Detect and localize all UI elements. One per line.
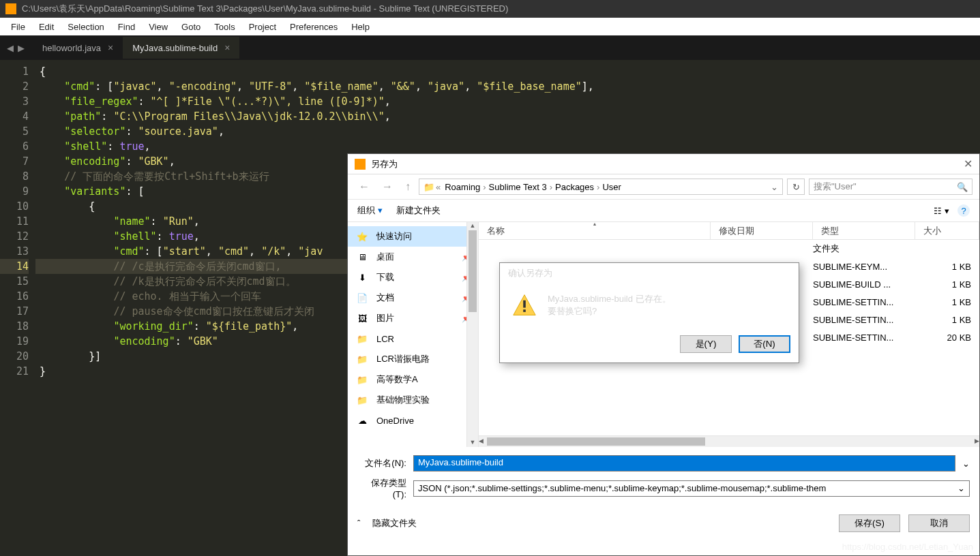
chevron-down-icon[interactable]: ⌄ [962, 459, 970, 469]
desktop-icon: 🖥 [356, 251, 368, 263]
sidebar-item[interactable]: ⬇下载📌 [348, 267, 478, 288]
save-dialog-toolbar: 组织 ▾ 新建文件夹 ☷ ▾ ? [348, 199, 979, 222]
sidebar-item[interactable]: 🖥桌面📌 [348, 247, 478, 267]
menu-file[interactable]: File [4, 22, 32, 32]
sidebar-item[interactable]: 📁基础物理实验 [348, 390, 478, 410]
sidebar-item[interactable]: 🖼图片📌 [348, 308, 478, 328]
tab-nav: ◀ ▶ [7, 43, 25, 53]
forward-icon[interactable]: → [378, 181, 397, 193]
menu-project[interactable]: Project [242, 22, 283, 32]
breadcrumb[interactable]: 📁 « Roaming›Sublime Text 3›Packages›User… [419, 179, 783, 195]
back-icon[interactable]: ← [355, 181, 374, 193]
menu-bar: FileEditSelectionFindViewGotoToolsProjec… [0, 18, 980, 35]
window-titlebar: C:\Users\袁乐天\AppData\Roaming\Sublime Tex… [0, 0, 980, 18]
warning-icon [512, 293, 537, 318]
menu-help[interactable]: Help [344, 22, 376, 32]
expand-icon[interactable]: ˆ [357, 519, 360, 529]
download-icon: ⬇ [356, 271, 368, 283]
save-dialog-footer: ˆ 隐藏文件夹 保存(S) 取消 [348, 508, 979, 539]
save-button[interactable]: 保存(S) [839, 514, 900, 532]
sidebar-item[interactable]: 📁LCR [348, 328, 478, 349]
search-icon: 🔍 [957, 182, 968, 192]
cancel-button[interactable]: 取消 [908, 514, 970, 532]
menu-selection[interactable]: Selection [61, 22, 110, 32]
organize-menu[interactable]: 组织 ▾ [357, 204, 383, 217]
savetype-label: 保存类型(T): [357, 477, 406, 499]
cloud-icon: ☁ [356, 414, 368, 427]
tab[interactable]: MyJava.sublime-build× [123, 37, 239, 59]
pic-icon: 🖼 [356, 312, 368, 324]
dialog-app-icon [355, 159, 366, 170]
watermark: https://blog.csdn.net/Letian_Yuan [842, 542, 973, 552]
confirm-message: MyJava.sublime-build 已存在。 要替换它吗? [548, 293, 671, 318]
gutter: 123456789101112131415161718192021 [0, 60, 35, 556]
breadcrumb-item[interactable]: User [599, 182, 623, 192]
file-list-hscroll[interactable]: ◀ ▶ [479, 435, 979, 447]
menu-edit[interactable]: Edit [32, 22, 61, 32]
confirm-dialog: 确认另存为 MyJava.sublime-build 已存在。 要替换它吗? 是… [499, 262, 799, 363]
sidebar-item[interactable]: 📄文档📌 [348, 288, 478, 308]
refresh-icon[interactable]: ↻ [787, 179, 805, 195]
breadcrumb-item[interactable]: Roaming [442, 182, 483, 192]
no-button[interactable]: 否(N) [739, 335, 790, 353]
chevron-down-icon[interactable]: ⌄ [957, 483, 965, 493]
app-icon [5, 3, 16, 14]
nav-back-icon[interactable]: ◀ [7, 43, 14, 53]
file-list-header[interactable]: ▴名称 修改日期 类型 大小 [479, 222, 979, 240]
pc-icon: 📁 [424, 182, 434, 192]
sidebar-item[interactable]: ⭐快速访问 [348, 226, 478, 247]
help-icon[interactable]: ? [957, 204, 970, 217]
yes-button[interactable]: 是(Y) [680, 335, 732, 353]
breadcrumb-item[interactable]: Sublime Text 3 [486, 182, 550, 192]
chevron-down-icon[interactable]: ⌄ [771, 182, 778, 192]
close-tab-icon[interactable]: × [224, 42, 230, 53]
sidebar-scrollbar[interactable]: ▲ ▼ [466, 222, 478, 447]
close-tab-icon[interactable]: × [108, 42, 113, 53]
hide-folders-toggle[interactable]: 隐藏文件夹 [372, 517, 417, 529]
folder-icon: 📁 [356, 373, 368, 386]
view-options-icon[interactable]: ☷ ▾ [934, 206, 949, 216]
close-icon[interactable]: ✕ [964, 157, 972, 170]
window-title: C:\Users\袁乐天\AppData\Roaming\Sublime Tex… [22, 3, 508, 15]
filename-label: 文件名(N): [357, 457, 406, 469]
tab-bar: ◀ ▶ helloworld.java×MyJava.sublime-build… [0, 35, 980, 60]
save-dialog-sidebar: ⭐快速访问🖥桌面📌⬇下载📌📄文档📌🖼图片📌📁LCR📁LCR谐振电路📁高等数学A📁… [348, 222, 479, 447]
nav-forward-icon[interactable]: ▶ [18, 43, 25, 53]
sidebar-item[interactable]: 📁高等数学A [348, 369, 478, 390]
folder-icon: 📁 [356, 333, 368, 345]
save-dialog-title: 另存为 [371, 158, 398, 170]
sidebar-item[interactable]: ☁OneDrive [348, 410, 478, 431]
svg-rect-1 [523, 300, 526, 308]
tab[interactable]: helloworld.java× [33, 37, 123, 59]
file-row[interactable]: 文件夹 [479, 240, 979, 258]
star-icon: ⭐ [356, 230, 368, 243]
sidebar-item[interactable]: 📁LCR谐振电路 [348, 349, 478, 369]
menu-preferences[interactable]: Preferences [283, 22, 344, 32]
save-dialog-fields: 文件名(N): MyJava.sublime-build ⌄ 保存类型(T): … [348, 447, 979, 508]
menu-view[interactable]: View [142, 22, 175, 32]
svg-rect-2 [523, 309, 526, 312]
save-dialog-titlebar: 另存为 ✕ [348, 154, 979, 174]
save-dialog-nav: ← → ↑ 📁 « Roaming›Sublime Text 3›Package… [348, 174, 979, 199]
folder-icon: 📁 [356, 394, 368, 406]
search-placeholder: 搜索"User" [814, 181, 857, 193]
savetype-combo[interactable]: JSON (*.json;*.sublime-settings;*.sublim… [413, 480, 970, 497]
new-folder-button[interactable]: 新建文件夹 [396, 204, 441, 217]
confirm-title: 确认另存为 [500, 263, 799, 283]
menu-find[interactable]: Find [111, 22, 142, 32]
doc-icon: 📄 [356, 292, 368, 304]
breadcrumb-item[interactable]: Packages [552, 182, 597, 192]
folder-icon: 📁 [356, 353, 368, 365]
menu-goto[interactable]: Goto [175, 22, 207, 32]
search-input[interactable]: 搜索"User" 🔍 [809, 179, 972, 195]
up-icon[interactable]: ↑ [401, 181, 415, 193]
filename-input[interactable]: MyJava.sublime-build [413, 455, 955, 472]
menu-tools[interactable]: Tools [207, 22, 241, 32]
